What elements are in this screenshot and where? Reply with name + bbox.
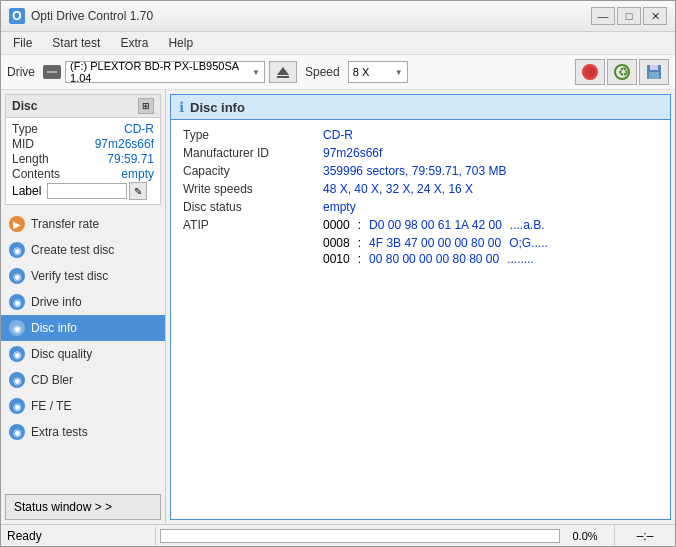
atip-offset-0: 0000 [323, 218, 350, 232]
disc-panel-title: Disc [12, 99, 37, 113]
nav-create-test-disc-label: Create test disc [31, 243, 114, 257]
nav-verify-test-disc-label: Verify test disc [31, 269, 108, 283]
disc-label-edit-button[interactable]: ✎ [129, 182, 147, 200]
disc-label-row: Label ✎ [12, 182, 154, 200]
close-button[interactable]: ✕ [643, 7, 667, 25]
toolbar-btn-2[interactable]: ♻ [607, 59, 637, 85]
atip-section: ATIP 0000 : D0 00 98 00 61 1A 42 00 ....… [183, 218, 658, 266]
drive-icon [43, 65, 61, 79]
content-area: ℹ Disc info Type CD-R Manufacturer ID 97… [166, 90, 675, 524]
info-disc-status-value: empty [323, 200, 356, 214]
toolbar-buttons: ♻ [575, 59, 669, 85]
maximize-button[interactable]: □ [617, 7, 641, 25]
speed-label: Speed [305, 65, 340, 79]
nav-fe-te[interactable]: ◉ FE / TE [1, 393, 165, 419]
menu-bar: File Start test Extra Help [1, 32, 675, 55]
nav-drive-info[interactable]: ◉ Drive info [1, 289, 165, 315]
disc-info-body: Type CD-R Manufacturer ID 97m26s66f Capa… [171, 120, 670, 276]
info-capacity-value: 359996 sectors, 79:59.71, 703 MB [323, 164, 506, 178]
disc-panel-toggle[interactable]: ⊞ [138, 98, 154, 114]
status-bar: Ready 0.0% –:– [1, 524, 675, 546]
nav-extra-tests-label: Extra tests [31, 425, 88, 439]
disc-contents-label: Contents [12, 167, 60, 181]
info-type-row: Type CD-R [183, 128, 658, 142]
svg-rect-1 [277, 76, 289, 78]
atip-row-2: 0010 : 00 80 00 00 00 80 80 00 ........ [183, 252, 658, 266]
disc-info-header: ℹ Disc info [171, 95, 670, 120]
info-type-label: Type [183, 128, 323, 142]
minimize-button[interactable]: — [591, 7, 615, 25]
nav-extra-tests[interactable]: ◉ Extra tests [1, 419, 165, 445]
app-icon: O [9, 8, 25, 24]
info-mid-row: Manufacturer ID 97m26s66f [183, 146, 658, 160]
toolbar-btn-3[interactable] [639, 59, 669, 85]
status-time: –:– [615, 527, 675, 545]
info-write-speeds-label: Write speeds [183, 182, 323, 196]
nav-cd-bler[interactable]: ◉ CD Bler [1, 367, 165, 393]
disc-length-label: Length [12, 152, 49, 166]
cd-bler-icon: ◉ [9, 372, 25, 388]
disc-quality-icon: ◉ [9, 346, 25, 362]
svg-point-3 [585, 67, 595, 77]
disc-mid-row: MID 97m26s66f [12, 137, 154, 151]
atip-row-1: 0008 : 4F 3B 47 00 00 00 80 00 O;G..... [183, 236, 658, 250]
info-disc-status-label: Disc status [183, 200, 323, 214]
drive-dropdown-arrow: ▼ [252, 68, 260, 77]
nav-create-test-disc[interactable]: ◉ Create test disc [1, 237, 165, 263]
disc-contents-value: empty [121, 167, 154, 181]
atip-bytes-2: 00 80 00 00 00 80 80 00 [369, 252, 499, 266]
atip-first-row: ATIP 0000 : D0 00 98 00 61 1A 42 00 ....… [183, 218, 658, 232]
sidebar: Disc ⊞ Type CD-R MID 97m26s66f Length 79… [1, 90, 166, 524]
nav-cd-bler-label: CD Bler [31, 373, 73, 387]
main-window: O Opti Drive Control 1.70 — □ ✕ File Sta… [0, 0, 676, 547]
disc-contents-row: Contents empty [12, 167, 154, 181]
speed-dropdown[interactable]: 8 X ▼ [348, 61, 408, 83]
atip-bytes-0: D0 00 98 00 61 1A 42 00 [369, 218, 502, 232]
disc-type-row: Type CD-R [12, 122, 154, 136]
atip-line-1: 0008 : 4F 3B 47 00 00 00 80 00 O;G..... [323, 236, 548, 250]
info-mid-label: Manufacturer ID [183, 146, 323, 160]
main-content: Disc ⊞ Type CD-R MID 97m26s66f Length 79… [1, 90, 675, 524]
disc-panel: Disc ⊞ Type CD-R MID 97m26s66f Length 79… [5, 94, 161, 205]
nav-disc-info[interactable]: ◉ Disc info [1, 315, 165, 341]
info-mid-value: 97m26s66f [323, 146, 382, 160]
menu-file[interactable]: File [5, 34, 40, 52]
menu-extra[interactable]: Extra [112, 34, 156, 52]
menu-start-test[interactable]: Start test [44, 34, 108, 52]
nav-transfer-rate[interactable]: ▶ Transfer rate [1, 211, 165, 237]
eject-button[interactable] [269, 61, 297, 83]
info-type-value: CD-R [323, 128, 353, 142]
window-controls: — □ ✕ [591, 7, 667, 25]
disc-mid-label: MID [12, 137, 34, 151]
toolbar: Drive (F:) PLEXTOR BD-R PX-LB950SA 1.04 … [1, 55, 675, 90]
info-write-speeds-value: 48 X, 40 X, 32 X, 24 X, 16 X [323, 182, 473, 196]
info-capacity-label: Capacity [183, 164, 323, 178]
toolbar-btn-1[interactable] [575, 59, 605, 85]
disc-info-header-icon: ℹ [179, 99, 184, 115]
disc-type-label: Type [12, 122, 38, 136]
status-window-button[interactable]: Status window > > [5, 494, 161, 520]
nav-verify-test-disc[interactable]: ◉ Verify test disc [1, 263, 165, 289]
extra-tests-icon: ◉ [9, 424, 25, 440]
disc-type-value: CD-R [124, 122, 154, 136]
info-capacity-row: Capacity 359996 sectors, 79:59.71, 703 M… [183, 164, 658, 178]
progress-track [160, 529, 560, 543]
drive-dropdown[interactable]: (F:) PLEXTOR BD-R PX-LB950SA 1.04 ▼ [65, 61, 265, 83]
atip-line-2: 0010 : 00 80 00 00 00 80 80 00 ........ [323, 252, 534, 266]
svg-marker-0 [277, 67, 289, 75]
disc-label-input[interactable] [47, 183, 127, 199]
disc-mid-value: 97m26s66f [95, 137, 154, 151]
nav-drive-info-label: Drive info [31, 295, 82, 309]
nav-disc-quality[interactable]: ◉ Disc quality [1, 341, 165, 367]
disc-info-panel: ℹ Disc info Type CD-R Manufacturer ID 97… [170, 94, 671, 520]
nav-disc-info-label: Disc info [31, 321, 77, 335]
info-disc-status-row: Disc status empty [183, 200, 658, 214]
progress-text: 0.0% [560, 530, 610, 542]
atip-label: ATIP [183, 218, 323, 232]
svg-rect-7 [650, 65, 658, 70]
disc-panel-header: Disc ⊞ [6, 95, 160, 118]
status-ready: Ready [1, 527, 156, 545]
menu-help[interactable]: Help [160, 34, 201, 52]
drive-info-icon: ◉ [9, 294, 25, 310]
atip-bytes-1: 4F 3B 47 00 00 00 80 00 [369, 236, 501, 250]
